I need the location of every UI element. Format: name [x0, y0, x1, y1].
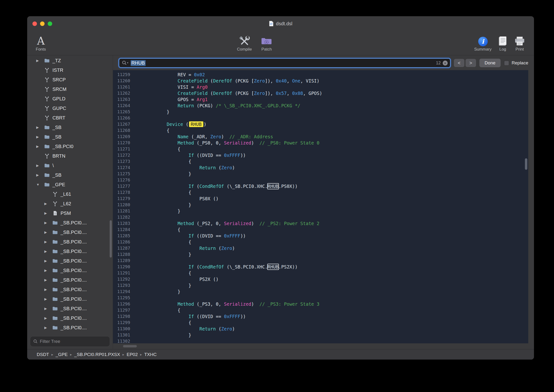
disclosure-triangle-icon[interactable]: ▶ — [44, 287, 52, 291]
breadcrumb-item[interactable]: DSDT — [37, 352, 49, 357]
tree-item[interactable]: ▶ _SB.PCI0.... — [27, 323, 113, 332]
tree-item[interactable]: ▶ _SB.PCI0 — [27, 142, 113, 151]
compile-button[interactable]: Compile — [237, 33, 252, 52]
code-text[interactable]: Return (Zero) — [134, 245, 528, 251]
disclosure-triangle-icon[interactable]: ▶ — [44, 307, 52, 310]
disclosure-triangle-icon[interactable]: ▶ — [36, 59, 44, 63]
code-text[interactable]: PS2X () — [134, 276, 528, 282]
code-text[interactable]: Return (Zero) — [134, 326, 528, 332]
find-search-field[interactable]: RHUB 12 × — [119, 58, 450, 68]
tree-item[interactable]: ▶ _SB.PCI0.... — [27, 275, 113, 285]
tree-item[interactable]: GUPC — [27, 104, 113, 113]
code-text[interactable]: { — [134, 127, 528, 133]
disclosure-triangle-icon[interactable]: ▶ — [44, 268, 52, 272]
code-text[interactable]: VISI = Arg0 — [134, 84, 528, 90]
code-text[interactable]: } — [134, 288, 528, 295]
breadcrumb-item[interactable]: _GPE — [55, 352, 68, 357]
tree-item[interactable]: ▶ _SB.PCI0.... — [27, 313, 113, 323]
code-text[interactable]: } — [134, 202, 528, 208]
code-text[interactable] — [134, 258, 528, 264]
find-next-button[interactable]: > — [465, 59, 476, 67]
zoom-window-button[interactable] — [48, 21, 52, 26]
code-text[interactable]: GPOS = Arg1 — [134, 96, 528, 103]
code-text[interactable]: Device (RHUB) — [134, 121, 528, 127]
code-text[interactable]: If ((DVID == 0xFFFF)) — [134, 152, 528, 158]
tree-item[interactable]: SRCP — [27, 75, 113, 84]
code-text[interactable]: If (CondRefOf (\_SB.PCI0.XHC.RHUB.PS0X)) — [134, 183, 528, 189]
code-text[interactable]: REV = 0x02 — [134, 71, 528, 78]
code-text[interactable]: } — [134, 208, 528, 214]
disclosure-triangle-icon[interactable]: ▶ — [44, 259, 52, 263]
code-editor[interactable]: 11259 REV = 0x02 11260 CreateField (Dere… — [113, 70, 528, 343]
tree-item[interactable]: ▶ _SB.PCI0.... — [27, 246, 113, 256]
disclosure-triangle-icon[interactable]: ▶ — [44, 249, 52, 253]
titlebar[interactable]: dsdt.dsl — [27, 16, 534, 31]
code-text[interactable] — [134, 338, 528, 343]
breadcrumb-item[interactable]: EP02 — [127, 352, 138, 357]
tree-item[interactable]: ▶ _SB.PCI0.... — [27, 237, 113, 246]
tree-item[interactable]: ▶ _SB.PCI0.... — [27, 227, 113, 237]
clear-search-icon[interactable]: × — [443, 61, 448, 66]
tree-item[interactable]: ▶ \ — [27, 161, 113, 170]
breadcrumb-item[interactable]: TXHC — [144, 352, 157, 357]
filter-tree-field[interactable] — [30, 337, 109, 346]
tree-item[interactable]: ▶ _SB.PCI0.... — [27, 285, 113, 294]
tree-item[interactable]: ▶ _SB.PCI0.... — [27, 304, 113, 313]
tree-item[interactable]: SRCM — [27, 84, 113, 94]
done-button[interactable]: Done — [479, 59, 501, 67]
code-text[interactable]: } — [134, 109, 528, 115]
tree-item[interactable]: BRTN — [27, 151, 113, 161]
code-text[interactable]: } — [134, 171, 528, 177]
code-text[interactable]: { — [134, 239, 528, 245]
code-text[interactable] — [134, 295, 528, 301]
tree-item[interactable]: ▶ _L62 — [27, 199, 113, 208]
code-text[interactable] — [134, 177, 528, 183]
fonts-button[interactable]: A Fonts — [36, 33, 46, 52]
disclosure-triangle-icon[interactable]: ▶ — [44, 278, 52, 282]
tree-item[interactable]: ▼ _GPE — [27, 180, 113, 189]
code-text[interactable]: } — [134, 251, 528, 258]
close-window-button[interactable] — [32, 21, 37, 26]
code-text[interactable]: } — [134, 282, 528, 288]
disclosure-triangle-icon[interactable]: ▶ — [36, 145, 44, 148]
filter-tree-input[interactable] — [40, 339, 107, 344]
code-text[interactable]: If ((DVID == 0xFFFF)) — [134, 233, 528, 239]
code-text[interactable]: { — [134, 158, 528, 165]
disclosure-triangle-icon[interactable]: ▶ — [36, 135, 44, 139]
code-text[interactable]: CreateField (DerefOf (PCKG [Zero]), 0x40… — [134, 78, 528, 84]
code-text[interactable]: Method (_PS0, 0, Serialized) // _PS0: Po… — [134, 140, 528, 146]
disclosure-triangle-icon[interactable]: ▶ — [44, 202, 52, 206]
tree-item[interactable]: ▶ _SB — [27, 123, 113, 132]
tree-item[interactable]: CBRT — [27, 113, 113, 123]
code-text[interactable]: Return (PCKG) /* \_SB_.PCI0.XHC_.GPLD.PC… — [134, 103, 528, 109]
disclosure-triangle-icon[interactable]: ▶ — [36, 164, 44, 167]
find-previous-button[interactable]: < — [454, 59, 464, 67]
disclosure-triangle-icon[interactable]: ▼ — [36, 183, 44, 186]
tree-item[interactable]: ▶ _SB.PCI0.... — [27, 256, 113, 266]
breadcrumb-item[interactable]: _SB.PCI0.RP01.PXSX — [74, 352, 120, 357]
code-text[interactable]: { — [134, 320, 528, 326]
tree-item[interactable]: _L61 — [27, 189, 113, 199]
code-text[interactable]: { — [134, 226, 528, 233]
disclosure-triangle-icon[interactable]: ▶ — [44, 297, 52, 301]
disclosure-triangle-icon[interactable]: ▶ — [44, 211, 52, 215]
code-text[interactable]: { — [134, 270, 528, 276]
summary-button[interactable]: i Summary — [474, 33, 492, 52]
code-text[interactable]: { — [134, 146, 528, 152]
code-text[interactable]: CreateField (DerefOf (PCKG [Zero]), 0x57… — [134, 90, 528, 96]
code-text[interactable]: } — [134, 332, 528, 338]
minimize-window-button[interactable] — [40, 21, 45, 26]
code-text[interactable] — [134, 214, 528, 220]
code-text[interactable]: Return (Zero) — [134, 165, 528, 171]
code-text[interactable]: If (CondRefOf (\_SB.PCI0.XHC.RHUB.PS2X)) — [134, 264, 528, 270]
sidebar-scrollbar[interactable] — [110, 220, 112, 258]
code-text[interactable]: PS0X () — [134, 196, 528, 202]
code-text[interactable] — [134, 115, 528, 121]
code-text[interactable]: { — [134, 189, 528, 196]
disclosure-triangle-icon[interactable]: ▶ — [36, 173, 44, 177]
patch-button[interactable]: Patch — [261, 33, 272, 52]
disclosure-triangle-icon[interactable]: ▶ — [44, 316, 52, 320]
editor-horizontal-scrollbar[interactable] — [123, 345, 137, 347]
disclosure-triangle-icon[interactable]: ▶ — [44, 240, 52, 244]
log-button[interactable]: Log — [498, 33, 507, 52]
